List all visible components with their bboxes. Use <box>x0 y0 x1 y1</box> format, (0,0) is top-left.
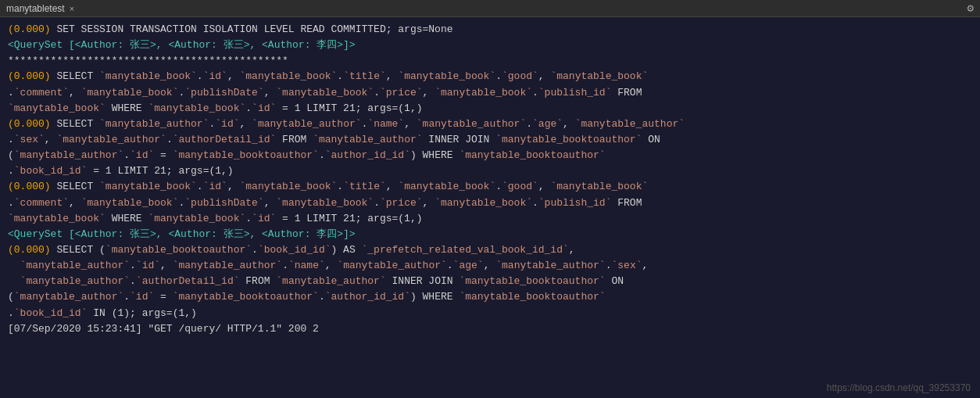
line-19: .`book_id_id` IN (1); args=(1,) <box>8 306 972 321</box>
line-8: .`sex`, `manytable_author`.`authorDetail… <box>8 132 972 148</box>
titlebar-title: manytabletest <box>6 3 65 14</box>
line-11: (0.000) SELECT `manytable_book`.`id`, `m… <box>8 179 972 195</box>
line-12: .`comment`, `manytable_book`.`publishDat… <box>8 195 972 211</box>
line-5: .`comment`, `manytable_book`.`publishDat… <box>8 85 972 101</box>
line-20: [07/Sep/2020 15:23:41] "GET /query/ HTTP… <box>8 321 972 337</box>
line-1: (0.000) SET SESSION TRANSACTION ISOLATIO… <box>8 22 972 38</box>
terminal-content: (0.000) SET SESSION TRANSACTION ISOLATIO… <box>0 17 980 398</box>
line-10: .`book_id_id` = 1 LIMIT 21; args=(1,) <box>8 163 972 179</box>
line-2: <QuerySet [<Author: 张三>, <Author: 张三>, <… <box>8 38 972 53</box>
watermark: https://blog.csdn.net/qq_39253370 <box>827 382 971 393</box>
line-14: <QuerySet [<Author: 张三>, <Author: 张三>, <… <box>8 227 972 242</box>
line-9: (`manytable_author`.`id` = `manytable_bo… <box>8 148 972 163</box>
line-4: (0.000) SELECT `manytable_book`.`id`, `m… <box>8 69 972 84</box>
line-6: `manytable_book` WHERE `manytable_book`.… <box>8 101 972 117</box>
line-13: `manytable_book` WHERE `manytable_book`.… <box>8 211 972 227</box>
titlebar: manytabletest × ⚙ <box>0 0 980 17</box>
line-7: (0.000) SELECT `manytable_author`.`id`, … <box>8 117 972 132</box>
titlebar-left: manytabletest × <box>6 3 74 14</box>
gear-icon[interactable]: ⚙ <box>967 2 974 15</box>
line-16: `manytable_author`.`id`, `manytable_auth… <box>8 258 972 274</box>
line-15: (0.000) SELECT (`manytable_booktoauthor`… <box>8 242 972 258</box>
line-17: `manytable_author`.`authorDetail_id` FRO… <box>8 274 972 289</box>
close-icon[interactable]: × <box>70 4 74 13</box>
line-18: (`manytable_author`.`id` = `manytable_bo… <box>8 289 972 305</box>
line-3: ****************************************… <box>8 53 972 69</box>
